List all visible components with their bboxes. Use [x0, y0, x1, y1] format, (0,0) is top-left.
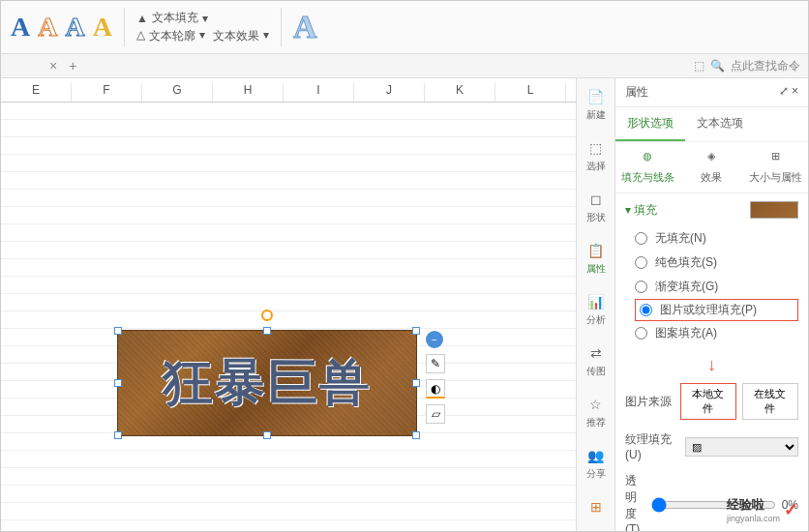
resize-handle[interactable]	[412, 431, 420, 439]
subtab-effect[interactable]: ◈效果	[679, 150, 743, 185]
style-icon[interactable]: ◐	[426, 379, 445, 399]
settings-icon[interactable]: ⬚	[694, 59, 704, 73]
text-fill-icon: ▲	[136, 12, 148, 25]
grid-rows[interactable]	[1, 103, 576, 520]
tab-shape-options[interactable]: 形状选项	[615, 107, 685, 141]
radio-gradient-fill[interactable]: 渐变填充(G)	[635, 275, 798, 299]
main-area: E F G H I J K L 狂暴巨兽	[1, 78, 808, 532]
online-file-button[interactable]: 在线文件	[742, 383, 798, 420]
subtab-label: 大小与属性	[749, 171, 802, 183]
vbar-share[interactable]: 👥分享	[586, 447, 606, 481]
resize-handle[interactable]	[412, 327, 420, 335]
edit-icon[interactable]: ✎	[426, 354, 445, 373]
col-header[interactable]: F	[72, 83, 142, 102]
chart-icon: 📊	[587, 293, 605, 310]
subtab-label: 填充与线条	[621, 171, 674, 183]
resize-handle[interactable]	[114, 431, 122, 439]
resize-handle[interactable]	[412, 379, 420, 387]
check-icon: ✓	[784, 499, 798, 520]
text-effect-button[interactable]: 文本效果 ▾	[213, 28, 269, 44]
close-tab-icon[interactable]: ×	[49, 58, 57, 74]
text-tools-group: ▲ 文本填充 ▾ △ 文本轮廓 ▾ 文本效果 ▾	[136, 10, 269, 44]
resize-handle[interactable]	[263, 431, 271, 439]
local-file-button[interactable]: 本地文件	[680, 383, 736, 420]
col-header[interactable]: H	[213, 83, 284, 102]
props-icon: 📋	[587, 242, 605, 259]
watermark-brand: 经验啦	[727, 497, 764, 512]
resize-handle[interactable]	[263, 327, 271, 335]
radio-no-fill[interactable]: 无填充(N)	[635, 226, 798, 251]
vbar-label: 分享	[586, 467, 606, 481]
tab-text-options[interactable]: 文本选项	[685, 107, 755, 141]
radio-solid-fill[interactable]: 纯色填充(S)	[635, 251, 798, 275]
subtab-fill-line[interactable]: ◍填充与线条	[615, 150, 679, 185]
radio-pattern-fill[interactable]: 图案填充(A)	[635, 321, 798, 345]
spreadsheet[interactable]: E F G H I J K L 狂暴巨兽	[1, 78, 576, 532]
radio-picture-fill[interactable]: 图片或纹理填充(P)	[635, 299, 798, 321]
wordart-style-3[interactable]: A	[65, 12, 84, 43]
col-header[interactable]: L	[495, 83, 566, 102]
text-fill-button[interactable]: ▲ 文本填充 ▾	[136, 10, 269, 26]
wordart-style-1[interactable]: A	[11, 12, 30, 43]
form-label: 图片来源	[625, 394, 674, 410]
radio-input[interactable]	[635, 327, 647, 340]
panel-header: 属性 ⤢ ×	[615, 78, 808, 107]
wordart-object[interactable]: 狂暴巨兽 − ✎ ◐ ▱	[117, 330, 417, 436]
fill-section-header[interactable]: ▾ 填充	[615, 193, 808, 226]
radio-input[interactable]	[635, 232, 647, 245]
shape-icon: ◻	[587, 191, 605, 208]
share-icon: 👥	[587, 447, 605, 464]
wordart-styles[interactable]: A A A A	[11, 12, 112, 43]
dropdown-icon: ▾	[202, 12, 208, 25]
radio-label: 纯色填充(S)	[655, 254, 717, 271]
vbar-shape[interactable]: ◻形状	[586, 191, 606, 224]
column-headers: E F G H I J K L	[1, 83, 576, 103]
panel-subtabs: ◍填充与线条 ◈效果 ⊞大小与属性	[615, 142, 808, 193]
paint-icon: ◍	[639, 150, 656, 167]
col-header[interactable]: G	[142, 83, 213, 102]
vertical-toolbar: 📄新建 ⬚选择 ◻形状 📋属性 📊分析 ⇄传图 ☆推荐 👥分享 ⊞	[576, 78, 614, 532]
rotate-handle[interactable]	[261, 310, 273, 321]
fill-swatch[interactable]	[750, 201, 798, 219]
resize-handle[interactable]	[114, 327, 122, 335]
texture-select[interactable]: ▨	[685, 437, 798, 457]
vbar-select[interactable]: ⬚选择	[586, 139, 606, 173]
minus-icon[interactable]: −	[426, 331, 443, 348]
wordart-preview-icon[interactable]: A	[293, 9, 317, 45]
resize-handle[interactable]	[114, 379, 122, 387]
wordart-style-4[interactable]: A	[93, 12, 112, 43]
radio-input[interactable]	[635, 256, 647, 269]
vbar-transfer[interactable]: ⇄传图	[586, 344, 606, 378]
radio-input[interactable]	[635, 281, 647, 293]
crop-icon[interactable]: ▱	[426, 404, 445, 424]
search-icon[interactable]: 🔍	[710, 59, 725, 73]
form-label: 透明度(T)	[625, 473, 645, 532]
wordart-style-2[interactable]: A	[38, 12, 57, 43]
panel-expand-icon[interactable]: ⤢ ×	[779, 84, 798, 101]
vbar-more[interactable]: ⊞	[587, 498, 605, 516]
col-header[interactable]: E	[1, 83, 72, 102]
vbar-analyze[interactable]: 📊分析	[586, 293, 606, 327]
radio-input[interactable]	[640, 304, 652, 316]
add-tab-icon[interactable]: +	[69, 58, 76, 74]
subtab-size[interactable]: ⊞大小与属性	[744, 150, 808, 185]
text-outline-button[interactable]: △ 文本轮廓 ▾	[136, 28, 205, 44]
col-header[interactable]: I	[284, 83, 354, 102]
wordart-text[interactable]: 狂暴巨兽	[163, 349, 372, 417]
vbar-props[interactable]: 📋属性	[586, 242, 606, 276]
col-header[interactable]: J	[354, 83, 425, 102]
section-label: 填充	[634, 203, 657, 217]
ribbon: A A A A ▲ 文本填充 ▾ △ 文本轮廓 ▾ 文本效果 ▾ A	[1, 1, 808, 54]
radio-label: 无填充(N)	[655, 230, 706, 247]
vbar-new[interactable]: 📄新建	[586, 88, 606, 122]
vbar-label: 选择	[586, 160, 606, 173]
form-label: 纹理填充(U)	[625, 431, 679, 461]
radio-label: 图案填充(A)	[655, 325, 717, 341]
vbar-recommend[interactable]: ☆推荐	[586, 396, 606, 429]
transfer-icon: ⇄	[587, 344, 605, 362]
effect-icon: ◈	[703, 150, 720, 167]
search-placeholder[interactable]: 点此查找命令	[731, 58, 800, 74]
vbar-label: 形状	[586, 211, 606, 224]
col-header[interactable]: K	[425, 83, 495, 102]
vbar-label: 推荐	[586, 416, 606, 429]
